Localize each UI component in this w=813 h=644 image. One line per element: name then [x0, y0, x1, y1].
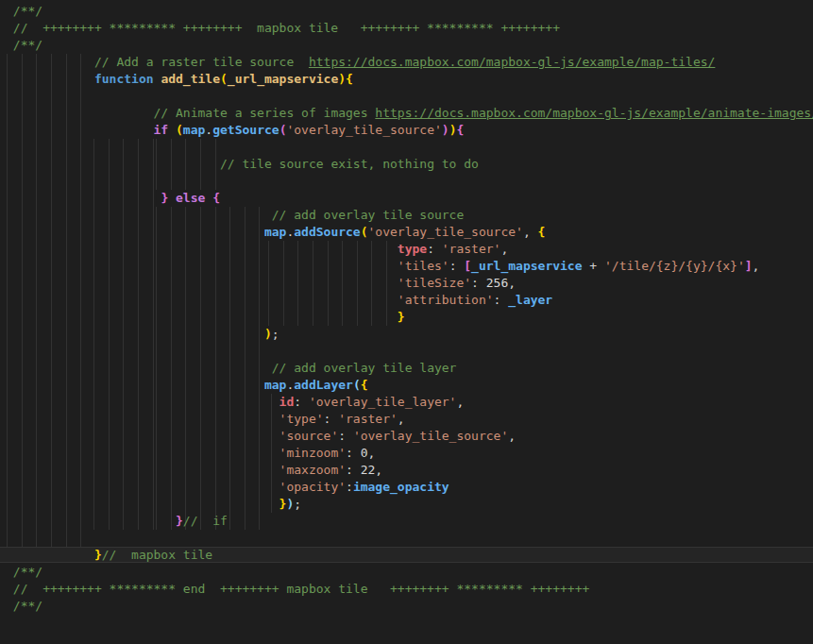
code-line[interactable]: // Animate a series of images https://do…: [6, 105, 813, 122]
code-line[interactable]: 'tileSize': 256,: [6, 275, 813, 292]
code-line[interactable]: 'opacity':image_opacity: [6, 479, 813, 496]
token-pu: +: [583, 259, 604, 273]
code-line[interactable]: }// mapbox tile: [6, 547, 813, 564]
token-nu: 0: [361, 446, 368, 460]
token-b1: (: [176, 123, 183, 137]
token-cm: // Add a raster tile source: [94, 55, 309, 69]
token-pu: :: [324, 412, 339, 426]
indent-whitespace: [6, 395, 279, 409]
indent-whitespace: [6, 480, 279, 494]
token-mb: map: [264, 225, 286, 239]
indent-whitespace: [6, 497, 279, 511]
indent-whitespace: [6, 157, 220, 171]
token-b2: ]: [745, 259, 753, 273]
token-b1: ){: [338, 72, 353, 86]
token-vb: _layer: [508, 293, 552, 307]
code-line[interactable]: 'maxzoom': 22,: [6, 462, 813, 479]
token-pu: ,: [508, 429, 516, 443]
code-line[interactable]: } else {: [6, 190, 813, 207]
token-kw2: else: [168, 191, 212, 205]
token-st: 'type': [279, 412, 324, 426]
token-mb: addLayer: [294, 378, 353, 392]
code-editor[interactable]: /**/ // ++++++++ ********* ++++++++ mapb…: [0, 0, 813, 644]
indent-whitespace: [6, 412, 279, 426]
token-pu: :: [449, 259, 465, 273]
code-line[interactable]: }: [6, 309, 813, 326]
code-line[interactable]: [6, 343, 813, 360]
token-st: 'overlay_tile_source': [353, 429, 508, 443]
token-pu: ,: [368, 446, 376, 460]
code-line[interactable]: });: [6, 496, 813, 513]
code-line[interactable]: // tile source exist, nothing to do: [6, 156, 813, 173]
indent-whitespace: [6, 55, 94, 69]
token-pu: ;: [272, 327, 279, 341]
token-pu: :: [346, 480, 353, 494]
token-mb: map: [264, 378, 286, 392]
token-cm: // ++++++++ ********* end ++++++++ mapbo…: [13, 582, 589, 596]
token-mb: image_opacity: [353, 480, 449, 494]
token-b2: ): [442, 123, 449, 137]
indent-whitespace: [6, 582, 13, 596]
token-cm: /**/: [13, 599, 42, 613]
code-line[interactable]: /**/: [6, 3, 813, 20]
code-line[interactable]: // Add a raster tile source https://docs…: [6, 54, 813, 71]
token-b1: {: [361, 378, 368, 392]
token-pu: ,: [375, 463, 382, 477]
token-nu: 22: [361, 463, 376, 477]
code-line[interactable]: }// if: [6, 513, 813, 530]
code-line[interactable]: if (map.getSource('overlay_tile_source')…: [6, 122, 813, 139]
token-pu: :: [346, 463, 361, 477]
indent-whitespace: [6, 4, 13, 18]
code-line[interactable]: // ++++++++ ********* ++++++++ mapbox ti…: [6, 20, 813, 37]
code-area[interactable]: /**/ // ++++++++ ********* ++++++++ mapb…: [6, 3, 813, 615]
token-cm: /**/: [13, 565, 42, 579]
token-pu: ,: [508, 276, 516, 290]
token-b3: (: [353, 378, 361, 392]
code-line[interactable]: function add_tile(_url_mapservice){: [6, 71, 813, 88]
token-cm: // add overlay tile layer: [272, 361, 457, 375]
indent-whitespace: [6, 361, 272, 375]
indent-whitespace: [6, 514, 176, 528]
indent-whitespace: [6, 378, 264, 392]
token-st: 'overlay_tile_layer': [309, 395, 457, 409]
token-nu: 256: [486, 276, 508, 290]
code-line[interactable]: // add overlay tile layer: [6, 360, 813, 377]
code-line[interactable]: id: 'overlay_tile_layer',: [6, 394, 813, 411]
token-kw1: function: [94, 72, 161, 86]
code-line[interactable]: 'attribution': _layer: [6, 292, 813, 309]
code-line[interactable]: 'type': 'raster',: [6, 411, 813, 428]
code-line[interactable]: [6, 88, 813, 105]
code-line[interactable]: [6, 530, 813, 547]
token-pu: :: [427, 242, 442, 256]
token-b2: }: [176, 514, 183, 528]
code-line[interactable]: /**/: [6, 37, 813, 54]
token-lk: https://docs.mapbox.com/mapbox-gl-js/exa…: [375, 106, 813, 120]
code-line[interactable]: // ++++++++ ********* end ++++++++ mapbo…: [6, 581, 813, 598]
code-line[interactable]: [6, 173, 813, 190]
indent-whitespace: [6, 38, 13, 52]
code-line[interactable]: 'source': 'overlay_tile_source',: [6, 428, 813, 445]
code-line[interactable]: /**/: [6, 564, 813, 581]
token-b1: }: [94, 548, 102, 562]
code-line[interactable]: /**/: [6, 598, 813, 615]
code-line[interactable]: map.addLayer({: [6, 377, 813, 394]
indent-whitespace: [6, 106, 154, 120]
code-line[interactable]: [6, 139, 813, 156]
code-line[interactable]: 'minzoom': 0,: [6, 445, 813, 462]
code-line[interactable]: map.addSource('overlay_tile_source', {: [6, 224, 813, 241]
indent-whitespace: [6, 191, 161, 205]
token-pr: id: [279, 395, 295, 409]
code-line[interactable]: 'tiles': [_url_mapservice + '/tile/{z}/{…: [6, 258, 813, 275]
token-mb: map: [183, 123, 205, 137]
token-pu: :: [471, 276, 486, 290]
code-line[interactable]: type: 'raster',: [6, 241, 813, 258]
token-cm: // ++++++++ ********* ++++++++ mapbox ti…: [13, 21, 560, 35]
token-kw2: if: [154, 123, 176, 137]
code-line[interactable]: // add overlay tile source: [6, 207, 813, 224]
code-line[interactable]: );: [6, 326, 813, 343]
indent-whitespace: [6, 123, 154, 137]
token-b2: {: [456, 123, 464, 137]
indent-whitespace: [6, 259, 398, 273]
indent-whitespace: [6, 429, 279, 443]
token-st: 'tiles': [398, 259, 449, 273]
